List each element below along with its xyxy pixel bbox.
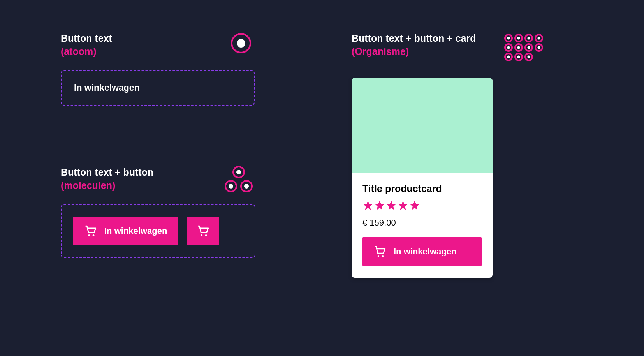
star-icon bbox=[398, 200, 408, 211]
svg-point-13 bbox=[382, 255, 384, 257]
cart-icon bbox=[84, 224, 97, 238]
atom-dashed-container: In winkelwagen bbox=[61, 70, 255, 106]
svg-point-15 bbox=[507, 37, 510, 40]
atom-subtitle: (atoom) bbox=[61, 45, 255, 58]
atom-heading: Button text (atoom) bbox=[61, 32, 255, 58]
product-card: Title productcard € 159,00 In winkelwage… bbox=[352, 78, 493, 278]
atom-level-icon bbox=[230, 32, 252, 55]
product-card-body: Title productcard € 159,00 In winkelwage… bbox=[352, 173, 493, 278]
svg-point-33 bbox=[517, 56, 520, 58]
card-add-to-cart-button[interactable]: In winkelwagen bbox=[362, 237, 482, 266]
svg-point-3 bbox=[93, 234, 95, 236]
product-title: Title productcard bbox=[362, 183, 482, 194]
svg-point-5 bbox=[205, 234, 207, 236]
molecule-level-icon bbox=[223, 165, 254, 195]
svg-point-19 bbox=[528, 37, 530, 40]
organism-section: Button text + button + card (Organisme) … bbox=[352, 32, 554, 278]
atom-button-text: In winkelwagen bbox=[74, 83, 140, 93]
product-price: € 159,00 bbox=[362, 218, 482, 228]
add-to-cart-button-label: In winkelwagen bbox=[104, 226, 167, 236]
svg-point-17 bbox=[517, 37, 520, 40]
svg-point-23 bbox=[507, 46, 510, 49]
svg-point-2 bbox=[88, 234, 90, 236]
svg-point-1 bbox=[237, 39, 245, 48]
svg-point-27 bbox=[528, 46, 530, 49]
molecule-dashed-container: In winkelwagen bbox=[61, 204, 255, 258]
add-to-cart-icon-button[interactable] bbox=[187, 217, 219, 245]
add-to-cart-button[interactable]: In winkelwagen bbox=[73, 217, 178, 245]
svg-point-11 bbox=[244, 184, 249, 189]
organism-level-icon bbox=[503, 33, 585, 61]
svg-point-7 bbox=[236, 170, 241, 174]
cart-icon bbox=[197, 224, 210, 238]
svg-point-29 bbox=[538, 46, 540, 49]
atom-title: Button text bbox=[61, 32, 255, 45]
star-icon bbox=[374, 200, 385, 211]
atom-section: Button text (atoom) In winkelwagen bbox=[61, 32, 255, 106]
svg-point-25 bbox=[517, 46, 520, 49]
cart-icon bbox=[373, 245, 387, 258]
svg-point-9 bbox=[229, 184, 233, 189]
svg-point-12 bbox=[377, 255, 379, 257]
product-rating bbox=[362, 200, 482, 211]
star-icon bbox=[386, 200, 397, 211]
card-add-to-cart-button-label: In winkelwagen bbox=[394, 247, 456, 257]
svg-point-31 bbox=[507, 56, 510, 58]
svg-point-4 bbox=[201, 234, 203, 236]
svg-point-35 bbox=[528, 56, 530, 58]
svg-point-21 bbox=[538, 37, 540, 40]
product-image-placeholder bbox=[352, 78, 493, 173]
star-icon bbox=[362, 200, 373, 211]
star-icon bbox=[409, 200, 420, 211]
